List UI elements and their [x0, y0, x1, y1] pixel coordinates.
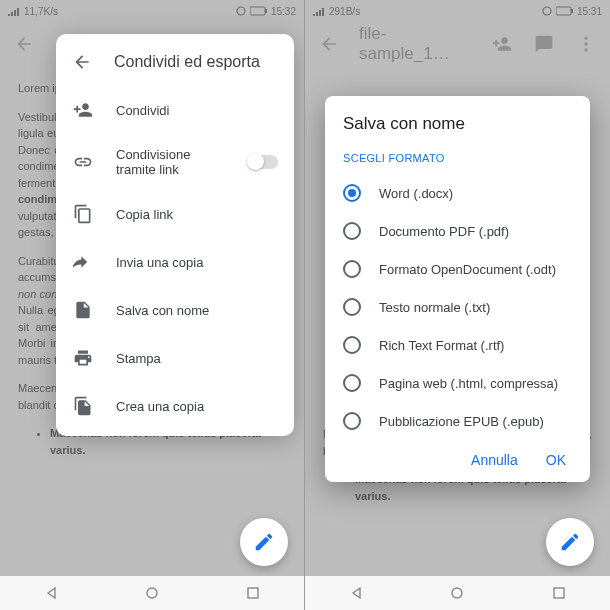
send-icon — [72, 251, 94, 273]
menu-item-label: Stampa — [116, 351, 278, 366]
menu-back-button[interactable] — [72, 52, 92, 72]
back-arrow-icon — [72, 52, 92, 72]
nav-recent[interactable] — [549, 583, 569, 603]
menu-item-label: Salva con nome — [116, 303, 278, 318]
menu-item-label: Copia link — [116, 207, 278, 222]
menu-item-copy-link[interactable]: Copia link — [56, 190, 294, 238]
option-label: Rich Text Format (.rtf) — [379, 338, 504, 353]
save-as-dialog: Salva con nome SCEGLI FORMATO Word (.doc… — [325, 96, 590, 482]
option-label: Word (.docx) — [379, 186, 453, 201]
format-option-txt[interactable]: Testo normale (.txt) — [343, 288, 572, 326]
format-option-odt[interactable]: Formato OpenDocument (.odt) — [343, 250, 572, 288]
svg-point-11 — [452, 588, 462, 598]
pencil-icon — [253, 531, 275, 553]
option-label: Testo normale (.txt) — [379, 300, 490, 315]
radio-icon — [343, 222, 361, 240]
svg-point-3 — [147, 588, 157, 598]
format-option-epub[interactable]: Pubblicazione EPUB (.epub) — [343, 402, 572, 440]
nav-home[interactable] — [142, 583, 162, 603]
option-label: Documento PDF (.pdf) — [379, 224, 509, 239]
edit-fab[interactable] — [240, 518, 288, 566]
format-option-rtf[interactable]: Rich Text Format (.rtf) — [343, 326, 572, 364]
share-export-menu: Condividi ed esporta Condividi Condivisi… — [56, 34, 294, 436]
link-sharing-toggle[interactable] — [248, 155, 278, 169]
file-icon — [72, 299, 94, 321]
nav-back[interactable] — [346, 583, 366, 603]
menu-item-label: Condivisione tramite link — [116, 147, 226, 177]
svg-rect-4 — [248, 588, 258, 598]
option-label: Pagina web (.html, compressa) — [379, 376, 558, 391]
radio-icon — [343, 374, 361, 392]
phone-right: 291B/s 15:31 file-sample_1… Maecenas mau… — [305, 0, 610, 610]
print-icon — [72, 347, 94, 369]
format-option-html[interactable]: Pagina web (.html, compressa) — [343, 364, 572, 402]
menu-item-save-as[interactable]: Salva con nome — [56, 286, 294, 334]
nav-home[interactable] — [447, 583, 467, 603]
radio-icon — [343, 184, 361, 202]
person-add-icon — [72, 99, 94, 121]
option-label: Formato OpenDocument (.odt) — [379, 262, 556, 277]
cancel-button[interactable]: Annulla — [471, 452, 518, 468]
phone-left: 11,7K/s 15:32 Lorem ipsum dolor sit amet… — [0, 0, 305, 610]
menu-item-link-sharing[interactable]: Condivisione tramite link — [56, 134, 294, 190]
option-label: Pubblicazione EPUB (.epub) — [379, 414, 544, 429]
nav-bar — [305, 576, 610, 610]
radio-icon — [343, 336, 361, 354]
copy-file-icon — [72, 395, 94, 417]
format-option-docx[interactable]: Word (.docx) — [343, 174, 572, 212]
menu-item-make-copy[interactable]: Crea una copia — [56, 382, 294, 430]
menu-item-share[interactable]: Condividi — [56, 86, 294, 134]
copy-icon — [72, 203, 94, 225]
format-option-pdf[interactable]: Documento PDF (.pdf) — [343, 212, 572, 250]
link-icon — [72, 151, 94, 173]
nav-recent[interactable] — [243, 583, 263, 603]
menu-item-label: Crea una copia — [116, 399, 278, 414]
menu-item-print[interactable]: Stampa — [56, 334, 294, 382]
menu-title: Condividi ed esporta — [114, 53, 260, 71]
menu-item-label: Invia una copia — [116, 255, 278, 270]
nav-back[interactable] — [41, 583, 61, 603]
pencil-icon — [559, 531, 581, 553]
ok-button[interactable]: OK — [546, 452, 566, 468]
dialog-title: Salva con nome — [343, 114, 572, 134]
menu-item-label: Condividi — [116, 103, 278, 118]
dialog-subtitle: SCEGLI FORMATO — [343, 152, 572, 164]
radio-icon — [343, 298, 361, 316]
radio-icon — [343, 412, 361, 430]
edit-fab[interactable] — [546, 518, 594, 566]
nav-bar — [0, 576, 304, 610]
svg-rect-12 — [554, 588, 564, 598]
menu-item-send-copy[interactable]: Invia una copia — [56, 238, 294, 286]
radio-icon — [343, 260, 361, 278]
